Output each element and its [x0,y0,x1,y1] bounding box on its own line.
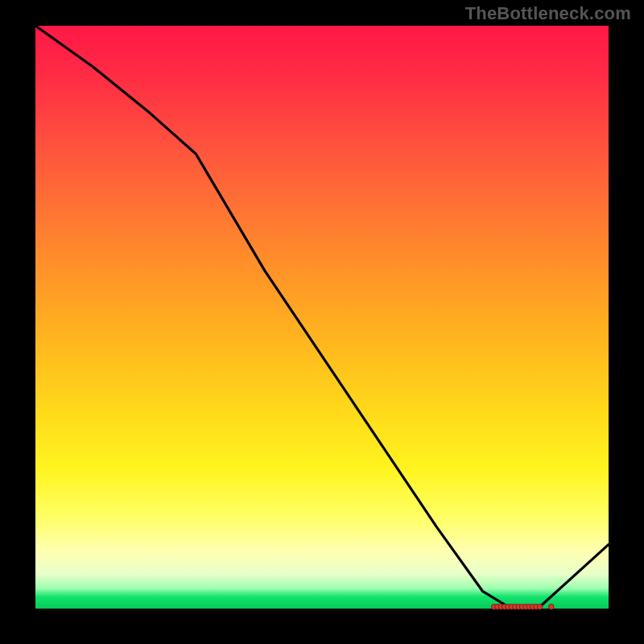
watermark-text: TheBottleneck.com [465,3,631,24]
plot-area [35,26,609,609]
optimal-markers [491,605,554,610]
optimal-point [549,605,555,610]
optimal-point [537,605,543,610]
bottleneck-curve [35,26,609,609]
chart-stage: TheBottleneck.com [0,0,644,644]
curve-overlay [35,26,609,609]
